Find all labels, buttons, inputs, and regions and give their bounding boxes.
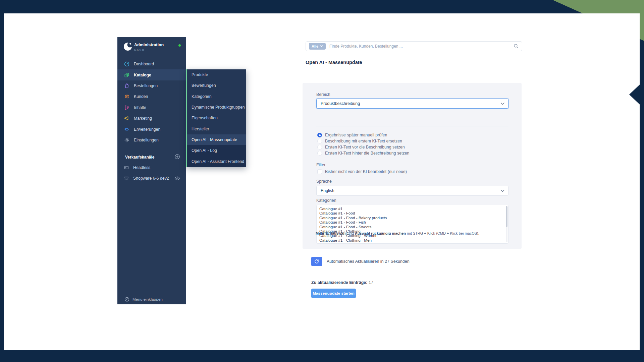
shopware-logo-icon	[123, 42, 132, 51]
settings-icon	[124, 137, 130, 143]
kategorien-option[interactable]: Catalogue #1 - Food	[317, 211, 508, 215]
hint-text: und	[346, 231, 355, 235]
sidebar-item-label: Shopware 6-6 dev2	[133, 176, 169, 181]
eye-icon[interactable]	[174, 176, 180, 181]
kategorien-listbox[interactable]: Catalogue #1 Catalogue #1 - Food Catalog…	[316, 205, 508, 244]
flyout-item-hersteller[interactable]: Hersteller	[187, 124, 246, 134]
sidebar-item-erweiterungen[interactable]: Erweiterungen	[117, 124, 186, 134]
auto-refresh-text: Automatisches Aktualisieren in 27 Sekund…	[327, 259, 410, 264]
radio-selected-icon	[317, 133, 322, 137]
sprache-select[interactable]: English	[316, 186, 508, 196]
chevron-down-icon	[320, 45, 323, 47]
headless-channel-icon	[124, 165, 129, 170]
refresh-icon	[314, 259, 319, 264]
bereich-select[interactable]: Produktbeschreibung	[316, 99, 508, 109]
scrollbar-track[interactable]	[506, 206, 507, 242]
radio-label: Ergebnisse später manuell prüfen	[325, 133, 387, 137]
sidebar-item-einstellungen[interactable]: Einstellungen	[117, 135, 186, 145]
checkbox-icon	[317, 169, 322, 174]
search-input[interactable]	[329, 42, 498, 51]
flyout-item-openai-massenupdate[interactable]: Open AI - Massenupdate	[187, 134, 246, 145]
radio-label: Ersten KI-Text hinter die Beschreibung s…	[325, 151, 409, 156]
sidebar-item-label: Dashboard	[134, 62, 154, 66]
sales-channels-section: Verkaufskanäle	[117, 155, 186, 160]
catalogues-icon	[124, 72, 130, 78]
kategorien-option[interactable]: Catalogue #1 - Free time & electronics	[317, 242, 508, 244]
app-title: Administration	[134, 43, 164, 47]
sidebar-item-marketing[interactable]: Marketing	[117, 113, 186, 124]
radio-label: Beschreibung mit erstem KI-Text ersetzen	[325, 139, 402, 143]
content-icon	[124, 105, 130, 111]
kataloge-flyout-menu: Produkte Bewertungen Kategorien Dynamisc…	[186, 69, 246, 167]
search-scope-label: Alle	[312, 44, 318, 48]
divider	[316, 126, 508, 126]
flyout-item-openai-log[interactable]: Open AI - Log	[187, 145, 246, 156]
flyout-item-eigenschaften[interactable]: Eigenschaften	[187, 113, 246, 123]
radio-option-manual-review[interactable]: Ergebnisse später manuell prüfen	[317, 133, 387, 137]
sidebar-item-bestellungen[interactable]: Bestellungen	[117, 80, 186, 91]
sidebar: Administration 6.6.9.0 Dashboard	[117, 37, 186, 304]
flyout-item-bewertungen[interactable]: Bewertungen	[187, 80, 246, 91]
filter-checkbox-row[interactable]: Bisher nicht von der KI bearbeitet (nur …	[317, 169, 407, 174]
orders-icon	[124, 83, 130, 89]
kategorien-option[interactable]: Catalogue #1 - Food - Fish	[317, 220, 508, 224]
kategorien-option[interactable]: Catalogue #1 - Food - Bakery products	[317, 216, 508, 220]
start-massupdate-button[interactable]: Massenupdate starten	[311, 289, 356, 298]
search-scope-dropdown[interactable]: Alle	[309, 43, 326, 50]
add-sales-channel-icon[interactable]	[174, 154, 180, 160]
hint-text: mit STRG + Klick (CMD + Klick bei macOS)…	[406, 231, 479, 235]
smart-bar: Open AI - Massenupdate	[186, 55, 526, 71]
flyout-item-dynamische-produktgruppen[interactable]: Dynamische Produktgruppen	[187, 102, 246, 113]
sidebar-item-shopware-dev2[interactable]: Shopware 6-6 dev2	[117, 173, 186, 184]
storefront-channel-icon	[124, 176, 129, 181]
checkbox-label: Bisher nicht von der KI bearbeitet (nur …	[325, 169, 407, 174]
sprache-label: Sprache	[316, 179, 332, 184]
entries-count: 17	[367, 280, 373, 285]
sales-channels-heading: Verkaufskanäle	[125, 155, 154, 160]
chevron-down-icon	[501, 103, 504, 105]
radio-option-prepend-text[interactable]: Ersten KI-Text vor die Beschreibung setz…	[317, 145, 405, 149]
entries-label: Zu aktualisierende Einträge:	[311, 280, 367, 285]
flyout-item-produkte[interactable]: Produkte	[187, 69, 246, 80]
filter-label: Filter	[316, 163, 325, 167]
sidebar-item-label: Erweiterungen	[134, 127, 160, 132]
admin-app: Administration 6.6.9.0 Dashboard	[117, 37, 526, 304]
kategorien-option[interactable]: Catalogue #1	[317, 206, 508, 211]
app-version: 6.6.9.0	[134, 48, 144, 52]
radio-option-append-text[interactable]: Ersten KI-Text hinter die Beschreibung s…	[317, 151, 409, 156]
sidebar-item-kataloge[interactable]: Kataloge	[117, 69, 186, 80]
chevron-down-icon	[501, 190, 504, 192]
collapse-menu-icon	[124, 297, 129, 302]
hint-bold: Auswahl rückgängig machen	[355, 231, 406, 235]
page-title: Open AI - Massenupdate	[306, 60, 362, 65]
global-search: Alle	[306, 41, 522, 51]
refresh-button[interactable]	[311, 257, 322, 266]
flyout-item-kategorien[interactable]: Kategorien	[187, 91, 246, 102]
hint-bold: Mehrfachauswahl	[316, 231, 346, 235]
collapse-menu-button[interactable]: Menü einklappen	[117, 294, 186, 304]
radio-icon	[317, 139, 322, 143]
sidebar-item-inhalte[interactable]: Inhalte	[117, 102, 186, 113]
kategorien-label: Kategorien	[316, 198, 336, 203]
kategorien-option[interactable]: Catalogue #1 - Clothing - Men	[317, 238, 508, 242]
bereich-label: Bereich	[316, 92, 330, 97]
radio-option-replace-description[interactable]: Beschreibung mit erstem KI-Text ersetzen	[317, 139, 402, 143]
kategorien-options: Catalogue #1 Catalogue #1 - Food Catalog…	[317, 205, 508, 244]
search-icon[interactable]	[514, 44, 519, 49]
sidebar-item-label: Kunden	[134, 94, 148, 99]
sidebar-item-dashboard[interactable]: Dashboard	[117, 59, 186, 69]
kategorien-option[interactable]: Catalogue #1 - Food - Sweets	[317, 225, 508, 229]
scrollbar-thumb[interactable]	[506, 206, 507, 227]
sidebar-item-headless[interactable]: Headless	[117, 162, 186, 173]
sidebar-item-label: Inhalte	[134, 105, 146, 110]
sidebar-item-label: Einstellungen	[134, 138, 159, 142]
flyout-item-openai-assistant-frontend[interactable]: Open AI - Assistant Frontend	[187, 156, 246, 167]
sidebar-item-label: Headless	[133, 165, 150, 170]
sidebar-item-label: Kataloge	[134, 73, 151, 77]
desktop: { "brand": { "title": "Administration", …	[0, 0, 644, 362]
sprache-select-value: English	[321, 188, 334, 193]
action-section: Zu aktualisierende Einträge: 17 Massenup…	[303, 273, 522, 304]
sidebar-item-kunden[interactable]: Kunden	[117, 91, 186, 102]
collapse-menu-label: Menü einklappen	[132, 297, 163, 302]
auto-refresh-section: Automatisches Aktualisieren in 27 Sekund…	[303, 251, 522, 274]
